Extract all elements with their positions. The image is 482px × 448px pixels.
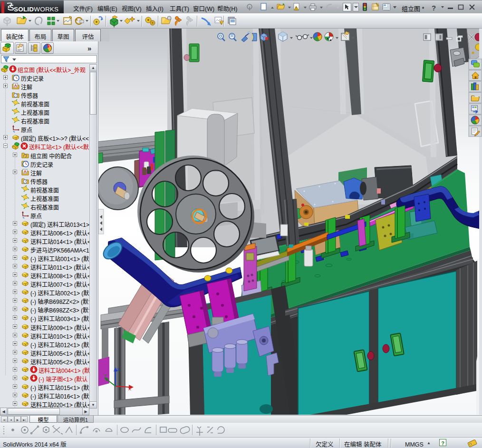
svg-text:A: A (14, 82, 18, 88)
svg-text:A: A (24, 168, 27, 175)
svg-text:X: X (128, 386, 131, 392)
svg-text:Y: Y (104, 372, 107, 379)
svg-text:!: ! (296, 6, 297, 10)
svg-text:Z: Z (117, 366, 120, 372)
